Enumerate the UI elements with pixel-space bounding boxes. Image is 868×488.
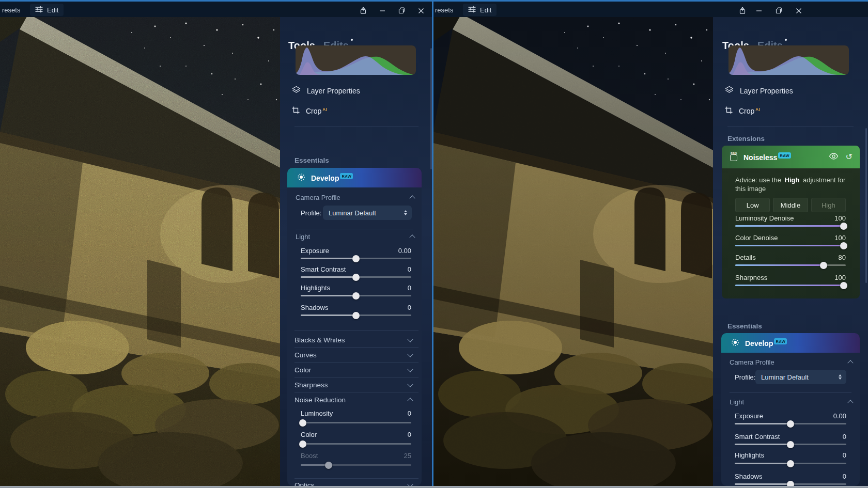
chevron-up-icon: [847, 400, 853, 405]
group-optics[interactable]: Optics: [295, 481, 412, 486]
middle-button[interactable]: Middle: [773, 198, 808, 212]
chevron-up-icon: [847, 360, 853, 366]
layer-properties-row[interactable]: Layer Properties: [292, 86, 360, 96]
edits-indicator-dot: [785, 39, 787, 41]
slider-highlights[interactable]: [301, 295, 411, 296]
window-separator: [432, 0, 433, 488]
window-top-accent: [0, 0, 868, 2]
photo-before-noisy: [0, 17, 280, 486]
slider-thumb[interactable]: [787, 460, 794, 467]
noiseless-preset-buttons: Low Middle High: [735, 198, 846, 212]
crop-ai-badge: AI: [322, 107, 327, 112]
sun-icon: [731, 338, 740, 349]
tab-edit[interactable]: Edit: [463, 4, 497, 16]
slider-row-boost: Boost25: [301, 452, 411, 460]
histogram: [729, 45, 849, 75]
camera-profile-header[interactable]: Camera Profile: [730, 358, 853, 366]
slider-luminosity[interactable]: [301, 422, 411, 423]
share-button[interactable]: [735, 5, 750, 16]
high-button[interactable]: High: [811, 198, 846, 212]
light-header[interactable]: Light: [730, 398, 853, 406]
slider-boost-disabled[interactable]: [301, 464, 411, 466]
slider-color-denoise[interactable]: [735, 245, 846, 246]
slider-thumb[interactable]: [787, 420, 794, 428]
tab-presets[interactable]: resets: [430, 4, 458, 16]
camera-profile-header[interactable]: Camera Profile: [296, 194, 414, 201]
slider-thumb[interactable]: [787, 441, 794, 448]
chevron-up-icon: [407, 398, 413, 403]
group-curves[interactable]: Curves: [295, 351, 412, 359]
slider-color[interactable]: [301, 443, 411, 445]
tab-presets[interactable]: resets: [0, 4, 25, 16]
slider-thumb[interactable]: [352, 312, 360, 319]
layer-properties-row[interactable]: Layer Properties: [725, 86, 793, 96]
share-button[interactable]: [355, 5, 371, 16]
light-header[interactable]: Light: [296, 233, 414, 241]
undo-icon[interactable]: ↺: [846, 153, 853, 161]
group-noise-reduction[interactable]: Noise Reduction: [295, 396, 412, 404]
profile-dropdown[interactable]: Luminar Default: [323, 206, 412, 220]
minimize-button[interactable]: [751, 5, 767, 16]
chevron-up-icon: [409, 234, 415, 240]
profile-value: Luminar Default: [329, 209, 376, 217]
develop-tool-row[interactable]: DevelopRAW: [287, 168, 422, 187]
slider-thumb[interactable]: [352, 292, 360, 300]
close-button[interactable]: [791, 5, 807, 16]
chevron-up-icon: [409, 195, 415, 201]
divider: [295, 362, 419, 363]
divider: [730, 392, 851, 393]
slider-row-exposure: Exposure0.00: [735, 412, 846, 420]
eye-icon[interactable]: [829, 152, 839, 162]
chevron-down-icon: [407, 351, 413, 357]
restore-button[interactable]: [771, 5, 786, 16]
slider-thumb[interactable]: [787, 481, 794, 486]
low-button[interactable]: Low: [735, 198, 770, 212]
slider-smart-contrast[interactable]: [301, 276, 411, 278]
group-blacks-whites[interactable]: Blacks & Whites: [295, 336, 412, 344]
minimize-button[interactable]: [375, 5, 390, 16]
slider-shadows[interactable]: [735, 483, 846, 485]
group-sharpness[interactable]: Sharpness: [295, 381, 412, 389]
slider-thumb[interactable]: [840, 282, 847, 289]
group-color[interactable]: Color: [295, 366, 412, 374]
close-button[interactable]: [413, 5, 429, 16]
slider-thumb[interactable]: [840, 223, 847, 230]
slider-row-smart-contrast: Smart Contrast0: [735, 433, 846, 440]
slider-highlights[interactable]: [735, 463, 846, 464]
noiseless-card: PRO NoiselessRAW ↺ Advice: use the High …: [722, 146, 860, 298]
scrollbar-thumb[interactable]: [865, 128, 867, 283]
tab-edit[interactable]: Edit: [30, 4, 64, 16]
slider-exposure[interactable]: [735, 423, 846, 424]
slider-thumb[interactable]: [352, 255, 360, 262]
profile-value: Luminar Default: [761, 373, 809, 381]
slider-thumb[interactable]: [299, 440, 306, 448]
essentials-header: Essentials: [727, 322, 762, 330]
tools-panel-before: Tools Edits Layer Properties CropAI Esse…: [280, 17, 433, 486]
restore-button[interactable]: [394, 5, 409, 16]
crop-row[interactable]: CropAI: [725, 106, 760, 116]
divider: [295, 127, 419, 127]
window-before: resets Edit: [0, 0, 433, 488]
profile-dropdown[interactable]: Luminar Default: [755, 370, 846, 384]
slider-thumb[interactable]: [840, 242, 847, 249]
slider-thumb[interactable]: [299, 419, 306, 427]
slider-thumb[interactable]: [820, 262, 827, 269]
noiseless-header[interactable]: PRO NoiselessRAW ↺: [722, 146, 860, 168]
slider-details[interactable]: [735, 264, 846, 266]
slider-luminosity-denoise[interactable]: [735, 225, 846, 227]
slider-sharpness[interactable]: [735, 285, 846, 286]
chevron-down-icon: [407, 336, 413, 342]
slider-row-highlights: Highlights0: [735, 451, 846, 459]
histogram: [296, 45, 416, 75]
extensions-header: Extensions: [727, 135, 765, 143]
raw-badge: RAW: [774, 338, 787, 344]
slider-exposure[interactable]: [301, 258, 411, 259]
slider-thumb[interactable]: [352, 274, 360, 281]
crop-row[interactable]: CropAI: [292, 106, 327, 116]
slider-shadows[interactable]: [301, 314, 411, 316]
slider-smart-contrast[interactable]: [735, 444, 846, 445]
slider-thumb[interactable]: [325, 462, 332, 469]
layer-properties-label: Layer Properties: [740, 87, 793, 95]
crop-icon: [725, 106, 733, 116]
develop-tool-row[interactable]: DevelopRAW: [721, 333, 860, 353]
